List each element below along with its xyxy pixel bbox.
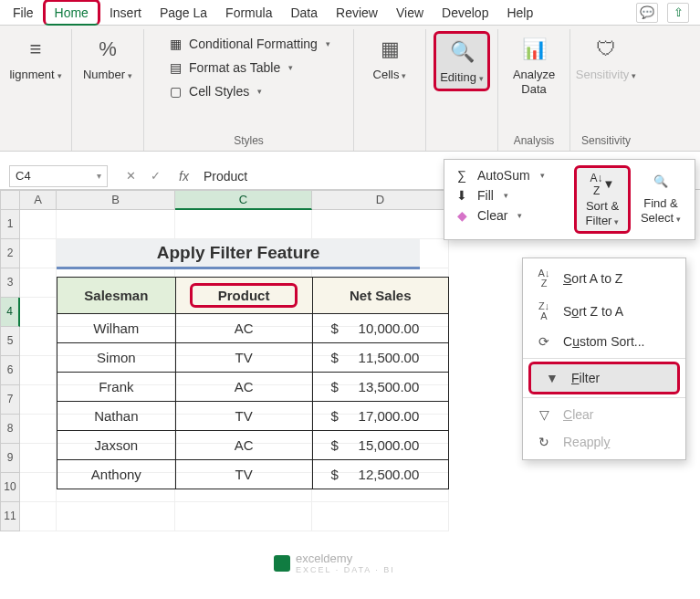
cell-salesman[interactable]: Frank [57,373,176,402]
sheet-title: Apply Filter Feature [57,239,420,269]
row-header-6[interactable]: 6 [0,356,20,385]
enter-icon[interactable]: ✓ [151,169,161,183]
funnel-icon: ▼ [603,177,615,192]
cell-salesman[interactable]: Nathan [57,402,176,431]
table-row: SimonTV$11,500.00 [57,343,449,373]
cell-product[interactable]: AC [175,314,312,343]
cell[interactable] [20,356,57,385]
col-header-c[interactable]: C [175,190,312,210]
row-header-10[interactable]: 10 [0,473,20,502]
menu-custom-sort[interactable]: ⟳ Custom Sort... [523,328,685,355]
watermark: exceldemy EXCEL · DATA · BI [274,552,395,574]
cell-product[interactable]: AC [175,373,312,402]
tab-file[interactable]: File [4,2,43,24]
editing-button[interactable]: 🔍 Editing [434,31,490,91]
cell[interactable] [57,502,175,531]
cell-netsales[interactable]: $12,500.00 [312,460,448,489]
cell-netsales[interactable]: $17,000.00 [312,402,448,431]
cell-styles-button[interactable]: ▢ Cell Styles [162,80,336,102]
tab-help[interactable]: Help [497,2,542,24]
ribbon-body: ≡ lignment % Number ▦ Conditional Format… [0,26,700,152]
comments-icon[interactable]: 💬 [636,3,658,23]
cell[interactable] [20,327,57,356]
cell[interactable] [20,473,57,502]
cell-product[interactable]: TV [175,460,312,489]
menu-sort-az[interactable]: A↓Z Sort A to Z [523,262,685,295]
col-header-a[interactable]: A [20,190,57,210]
menu-filter[interactable]: ▼ Filter [528,362,680,394]
eraser-icon: ◆ [454,208,470,223]
fill-button[interactable]: ⬇ Fill [450,185,563,205]
name-box[interactable]: C4▾ [9,165,108,187]
number-button[interactable]: % Number [79,31,136,86]
cell[interactable] [20,415,57,444]
cell-salesman[interactable]: Wilham [57,314,176,343]
cell[interactable] [57,210,175,239]
group-number: % Number [72,29,144,151]
cell-product[interactable]: TV [175,402,312,431]
data-table: Salesman Product Net Sales WilhamAC$10,0… [57,277,449,489]
group-styles: ▦ Conditional Formatting ▤ Format as Tab… [144,29,354,151]
cell-netsales[interactable]: $15,000.00 [312,431,448,460]
header-netsales[interactable]: Net Sales [312,278,448,314]
sensitivity-button[interactable]: 🛡 Sensitivity [578,31,634,86]
cell-product[interactable]: TV [175,343,312,373]
sort-filter-button[interactable]: A↓Z ▼ Sort & Filter [574,165,631,234]
tab-insert[interactable]: Insert [100,2,151,24]
cell[interactable] [312,502,449,531]
clear-button[interactable]: ◆ Clear [450,205,563,226]
share-icon[interactable]: ⇧ [667,3,689,23]
row-header-2[interactable]: 2 [0,239,20,268]
fx-icon[interactable]: fx [179,169,189,184]
row-header-8[interactable]: 8 [0,415,20,444]
menu-sort-za[interactable]: Z↓A Sort Z to A [523,295,685,328]
cell[interactable] [175,502,312,531]
cell[interactable] [20,268,57,298]
conditional-formatting-button[interactable]: ▦ Conditional Formatting [162,33,336,55]
cell-netsales[interactable]: $11,500.00 [312,343,448,373]
cell-salesman[interactable]: Simon [57,343,176,373]
row-header-11[interactable]: 11 [0,502,20,531]
header-salesman[interactable]: Salesman [57,278,176,314]
cells-button[interactable]: ▦ Cells [361,31,418,86]
cell[interactable] [175,210,312,239]
tab-data[interactable]: Data [281,2,327,24]
col-header-b[interactable]: B [57,190,175,210]
cell[interactable] [20,210,57,239]
tab-review[interactable]: Review [327,2,387,24]
alignment-button[interactable]: ≡ lignment [7,31,64,86]
cell[interactable] [20,239,57,268]
row-header-9[interactable]: 9 [0,444,20,473]
analyze-data-button[interactable]: 📊 Analyze Data [506,31,562,100]
autosum-button[interactable]: ∑ AutoSum [450,165,563,185]
find-select-button[interactable]: 🔍 Find & Select [632,165,689,234]
cell[interactable] [312,210,449,239]
cell-netsales[interactable]: $10,000.00 [312,314,448,343]
row-header-5[interactable]: 5 [0,327,20,356]
custom-sort-icon: ⟳ [536,334,552,349]
tab-formulas[interactable]: Formula [216,2,281,24]
header-product[interactable]: Product [175,278,312,314]
cell[interactable] [20,502,57,531]
row-header-4[interactable]: 4 [0,298,20,327]
format-as-table-button[interactable]: ▤ Format as Table [162,57,336,79]
row-header-7[interactable]: 7 [0,385,20,415]
cell-product[interactable]: AC [175,431,312,460]
cell[interactable] [20,444,57,473]
row-header-1[interactable]: 1 [0,210,20,239]
col-header-d[interactable]: D [312,190,449,210]
tab-view[interactable]: View [387,2,433,24]
tab-page-layout[interactable]: Page La [151,2,216,24]
group-label-sensitivity: Sensitivity [581,134,631,149]
tab-developer[interactable]: Develop [433,2,497,24]
cancel-icon[interactable]: ✕ [126,169,136,183]
cell-netsales[interactable]: $13,500.00 [312,373,448,402]
cell[interactable] [20,298,57,327]
cell-salesman[interactable]: Anthony [57,460,176,489]
row-header-3[interactable]: 3 [0,268,20,298]
cell[interactable] [20,385,57,415]
cell-salesman[interactable]: Jaxson [57,431,176,460]
sort-za-menu-icon: Z↓A [536,301,552,321]
select-all-corner[interactable] [0,190,20,210]
tab-home[interactable]: Home [43,0,100,26]
